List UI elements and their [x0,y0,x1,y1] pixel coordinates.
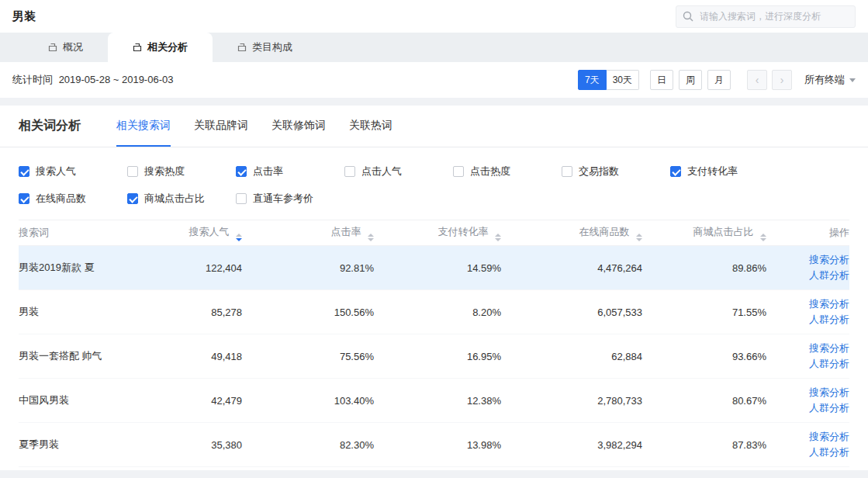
checkbox[interactable] [127,193,138,204]
metric-label: 点击率 [253,165,283,178]
metric-label: 直通车参考价 [253,192,313,206]
subtab-modifier-words[interactable]: 关联修饰词 [271,106,326,147]
overview-tab-icon [48,43,57,52]
click-rate-cell: 92.81% [242,246,374,290]
actions-cell: 搜索分析 人群分析 [766,290,849,334]
search-popularity-cell: 35,380 [143,423,242,467]
range-button-week[interactable]: 周 [679,70,702,90]
search-icon [683,11,693,22]
search-analysis-link[interactable]: 搜索分析 [766,296,849,312]
table-row: 夏季男装 35,380 82.30% 13.98% 3,982,294 87.8… [19,423,849,467]
metric-search-popularity[interactable]: 搜索人气 [19,165,127,178]
sort-icon[interactable] [495,234,501,241]
metric-search-heat[interactable]: 搜索热度 [127,165,236,178]
metric-online-items[interactable]: 在线商品数 [19,192,127,206]
crowd-analysis-link[interactable]: 人群分析 [766,268,849,283]
mall-click-share-cell: 80.67% [642,379,766,423]
metric-mall-click-share[interactable]: 商城点击占比 [127,192,236,206]
stat-time-label: 统计时间 [12,74,53,85]
sort-icon[interactable] [368,234,374,241]
range-button-30d[interactable]: 30天 [607,70,639,90]
search-box[interactable] [676,5,856,28]
col-actions: 操作 [766,220,849,246]
mall-click-share-cell: 89.86% [642,246,766,290]
col-pay-conversion[interactable]: 支付转化率 [374,220,501,246]
tab-category-composition[interactable]: 类目构成 [213,33,317,62]
keyword-cell: 夏季男装 [19,423,143,467]
category-composition-tab-icon [237,43,247,52]
metric-transaction-index[interactable]: 交易指数 [562,165,670,178]
terminal-dropdown[interactable]: 所有终端 [804,73,856,87]
related-analysis-tab-icon [133,43,142,52]
range-button-day[interactable]: 日 [650,70,673,90]
metric-click-rate[interactable]: 点击率 [236,165,344,178]
metric-click-popularity[interactable]: 点击人气 [344,165,453,178]
date-range: 2019-05-28 ~ 2019-06-03 [59,74,174,85]
metric-click-heat[interactable]: 点击热度 [453,165,562,178]
metric-pay-conversion[interactable]: 支付转化率 [670,165,779,178]
time-controls: 7天 30天 日 周 月 ‹ › 所有终端 [578,70,856,90]
metric-label: 商城点击占比 [144,192,205,206]
pay-conversion-cell: 8.20% [374,290,501,334]
range-button-month[interactable]: 月 [707,70,731,90]
sort-icon[interactable] [236,234,242,241]
table-row: 中国风男装 42,479 103.40% 12.38% 2,780,733 80… [19,379,849,423]
search-input[interactable] [676,5,856,28]
sort-icon[interactable] [760,234,766,241]
checkbox[interactable] [236,166,247,177]
crowd-analysis-link[interactable]: 人群分析 [766,445,849,460]
subtab-related-search-words[interactable]: 相关搜索词 [116,106,171,147]
subtab-hot-words[interactable]: 关联热词 [349,106,393,147]
col-online-items[interactable]: 在线商品数 [501,220,642,246]
metric-ztc-reference-price[interactable]: 直通车参考价 [236,192,344,206]
crowd-analysis-link[interactable]: 人群分析 [766,356,849,372]
col-keyword: 搜索词 [19,220,143,246]
search-analysis-link[interactable]: 搜索分析 [766,341,849,356]
range-button-7d[interactable]: 7天 [578,70,607,90]
crowd-analysis-link[interactable]: 人群分析 [766,312,849,327]
checkbox[interactable] [19,193,29,204]
chevron-down-icon [849,78,856,82]
tab-related-analysis[interactable]: 相关分析 [108,33,213,62]
checkbox[interactable] [19,166,29,177]
checkbox[interactable] [670,166,681,177]
search-analysis-link[interactable]: 搜索分析 [766,385,849,400]
date-pager: ‹ › [742,70,792,90]
metric-label: 在线商品数 [36,192,86,206]
table-row: 男装2019新款 夏 122,404 92.81% 14.59% 4,476,2… [19,246,849,290]
table-row: 男装 85,278 150.56% 8.20% 6,057,533 71.55%… [19,290,849,334]
tab-overview[interactable]: 概况 [23,33,108,62]
checkbox[interactable] [344,166,355,177]
card-header: 相关词分析 相关搜索词 关联品牌词 关联修饰词 关联热词 [0,106,868,147]
col-mall-click-share[interactable]: 商城点击占比 [642,220,766,246]
search-popularity-cell: 122,404 [143,246,242,290]
subtab-brand-words[interactable]: 关联品牌词 [194,106,248,147]
checkbox[interactable] [562,166,572,177]
tab-label: 相关分析 [147,40,188,54]
crowd-analysis-link[interactable]: 人群分析 [766,400,849,416]
sort-icon[interactable] [636,234,642,241]
online-items-cell: 6,057,533 [501,290,642,334]
click-rate-cell: 150.56% [242,290,374,334]
col-search-popularity[interactable]: 搜索人气 [143,220,242,246]
related-words-card: 相关词分析 相关搜索词 关联品牌词 关联修饰词 关联热词 搜索人气 搜索热度 点… [0,106,868,470]
checkbox[interactable] [127,166,138,177]
metric-label: 搜索热度 [144,165,185,178]
search-analysis-link[interactable]: 搜索分析 [766,252,849,268]
search-analysis-link[interactable]: 搜索分析 [766,429,849,445]
next-page-button[interactable]: › [772,70,792,90]
range-segment: 7天 30天 [578,70,639,90]
keyword-cell: 男装一套搭配 帅气 [19,334,143,379]
metric-label: 支付转化率 [687,165,738,178]
pay-conversion-cell: 16.95% [374,334,501,379]
col-click-rate[interactable]: 点击率 [242,220,374,246]
search-popularity-cell: 85,278 [143,290,242,334]
page-header: 男装 [0,0,868,33]
search-popularity-cell: 42,479 [143,379,242,423]
subtabs: 相关搜索词 关联品牌词 关联修饰词 关联热词 [116,106,393,147]
checkbox[interactable] [236,193,247,204]
time-bar: 统计时间 2019-05-28 ~ 2019-06-03 7天 30天 日 周 … [0,62,868,98]
checkbox[interactable] [453,166,464,177]
pay-conversion-cell: 14.59% [374,246,501,290]
prev-page-button[interactable]: ‹ [747,70,767,90]
